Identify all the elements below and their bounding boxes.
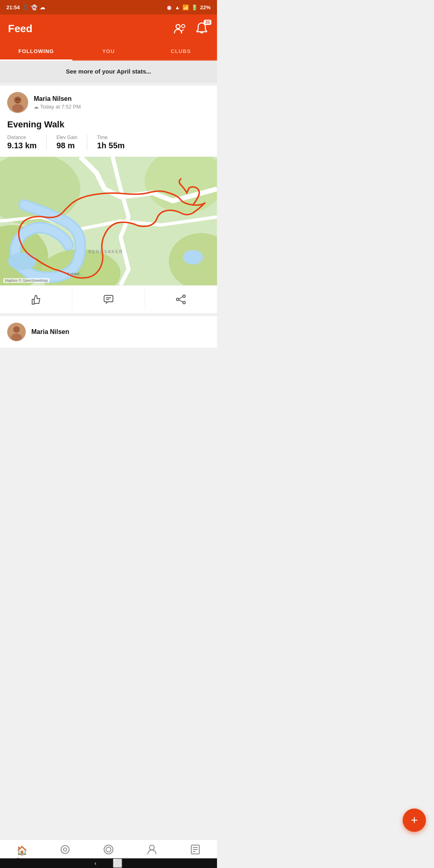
avatar[interactable]	[7, 92, 28, 113]
stat-time: Time 1h 55m	[97, 135, 134, 150]
activity-stats: Distance 9.13 km Elev Gain 98 m Time 1h …	[0, 135, 217, 157]
svg-point-27	[11, 334, 22, 341]
svg-point-26	[13, 326, 20, 333]
svg-point-0	[176, 25, 180, 29]
avatar-image	[7, 92, 28, 113]
activity-title[interactable]: Evening Walk	[0, 117, 217, 135]
app-title: Feed	[8, 23, 33, 35]
cloud-icon: ☁	[40, 4, 45, 10]
svg-point-1	[182, 25, 185, 28]
svg-point-13	[8, 252, 36, 270]
snapchat-icon: 👻	[31, 4, 37, 10]
svg-point-21	[176, 298, 179, 301]
tab-clubs[interactable]: CLUBS	[145, 43, 217, 60]
stats-banner[interactable]: See more of your April stats...	[0, 61, 217, 82]
activity-map[interactable]: BERGSAKER Lynad... Mapbox © OpenStreetMa…	[0, 157, 217, 285]
svg-rect-17	[104, 295, 113, 302]
cloud-icon-small: ☁	[34, 104, 39, 110]
svg-point-4	[12, 104, 23, 112]
svg-point-5	[16, 98, 18, 100]
second-activity-username: Maria Nilsen	[31, 328, 69, 336]
notifications-button[interactable]: 20	[194, 20, 209, 37]
signal-icon: 📶	[182, 4, 189, 10]
action-bar	[0, 285, 217, 313]
stat-distance: Distance 9.13 km	[7, 135, 47, 150]
battery-icon: 🔋	[191, 4, 198, 10]
spotify-icon: 🎵	[22, 4, 29, 10]
map-credit: Mapbox © OpenStreetMap	[3, 278, 49, 283]
second-activity-card[interactable]: Maria Nilsen	[0, 316, 217, 348]
status-bar: 21:54 🎵 👻 ☁ ⏰ ▲ 📶 🔋 22%	[0, 0, 217, 14]
like-button[interactable]	[0, 289, 72, 310]
svg-point-22	[183, 301, 185, 304]
svg-line-24	[179, 300, 183, 302]
card-time: ☁ Today at 7:52 PM	[34, 104, 81, 110]
activity-card: Maria Nilsen ☁ Today at 7:52 PM Evening …	[0, 86, 217, 313]
svg-line-23	[179, 297, 183, 299]
notification-badge: 20	[204, 20, 211, 25]
feed-tabs: FOLLOWING YOU CLUBS	[0, 43, 217, 61]
header-icons: 20	[172, 20, 209, 37]
card-username[interactable]: Maria Nilsen	[34, 95, 81, 102]
second-avatar-image	[7, 323, 26, 341]
status-time: 21:54 🎵 👻 ☁	[6, 4, 45, 10]
wifi-icon: ▲	[175, 4, 180, 10]
app-header: Feed 20	[0, 14, 217, 43]
svg-text:BERGSAKER: BERGSAKER	[88, 249, 123, 254]
second-avatar	[7, 323, 26, 341]
tab-following[interactable]: FOLLOWING	[0, 43, 72, 60]
svg-point-20	[183, 295, 185, 297]
card-user-info: Maria Nilsen ☁ Today at 7:52 PM	[34, 95, 81, 110]
status-indicators: ⏰ ▲ 📶 🔋 22%	[166, 4, 211, 10]
svg-point-6	[18, 98, 20, 100]
tab-you[interactable]: YOU	[72, 43, 145, 60]
friends-button[interactable]	[172, 21, 188, 37]
svg-point-14	[183, 250, 203, 264]
stat-elev-gain: Elev Gain 98 m	[56, 135, 87, 150]
card-header: Maria Nilsen ☁ Today at 7:52 PM	[0, 86, 217, 117]
comment-button[interactable]	[72, 289, 145, 310]
alarm-icon: ⏰	[166, 4, 172, 10]
share-button[interactable]	[145, 289, 217, 310]
